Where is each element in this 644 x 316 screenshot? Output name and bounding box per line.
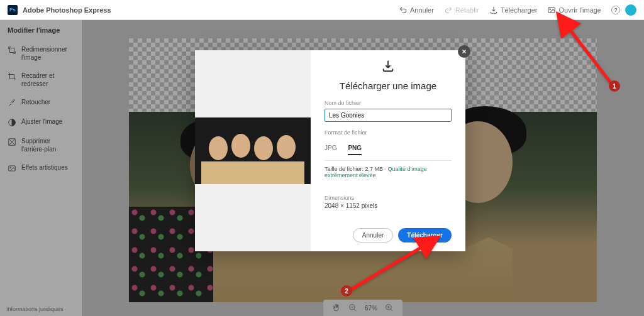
undo-button[interactable]: Annuler <box>394 3 439 17</box>
user-avatar[interactable] <box>625 4 636 16</box>
format-label: Format de fichier <box>325 129 452 136</box>
download-icon <box>489 6 498 14</box>
download-modal: Télécharger une image Nom du fichier For… <box>195 50 465 251</box>
format-tabs: JPG PNG <box>325 142 452 155</box>
download-button[interactable]: Télécharger <box>484 3 543 17</box>
svg-line-12 <box>350 239 436 290</box>
tab-png[interactable]: PNG <box>348 142 362 155</box>
svg-point-1 <box>550 8 551 9</box>
undo-icon <box>399 6 408 14</box>
filename-label: Nom du fichier <box>325 100 452 106</box>
close-icon <box>461 48 467 55</box>
dimensions-value: 2048 × 1152 pixels <box>325 202 452 209</box>
redo-icon <box>444 6 453 14</box>
callout-2: 2 <box>341 285 352 297</box>
redo-button[interactable]: Rétablir <box>439 3 484 17</box>
filename-input[interactable] <box>325 109 452 122</box>
app-logo: Ps <box>8 5 18 15</box>
tab-jpg[interactable]: JPG <box>325 142 336 155</box>
top-bar: Ps Adobe Photoshop Express Annuler Rétab… <box>0 0 644 20</box>
close-button[interactable] <box>458 45 470 58</box>
modal-preview <box>195 50 311 251</box>
annotation-arrow-2 <box>345 234 445 299</box>
app-title: Adobe Photoshop Express <box>23 6 111 14</box>
svg-line-10 <box>560 16 611 84</box>
download-icon <box>381 59 395 75</box>
dimensions-label: Dimensions <box>325 195 452 201</box>
callout-1: 1 <box>609 80 620 92</box>
annotation-arrow-1 <box>548 11 618 89</box>
filesize-info: Taille de fichier: 2,7 MB · Qualité d'im… <box>325 166 452 178</box>
modal-title: Télécharger une image <box>325 80 452 91</box>
